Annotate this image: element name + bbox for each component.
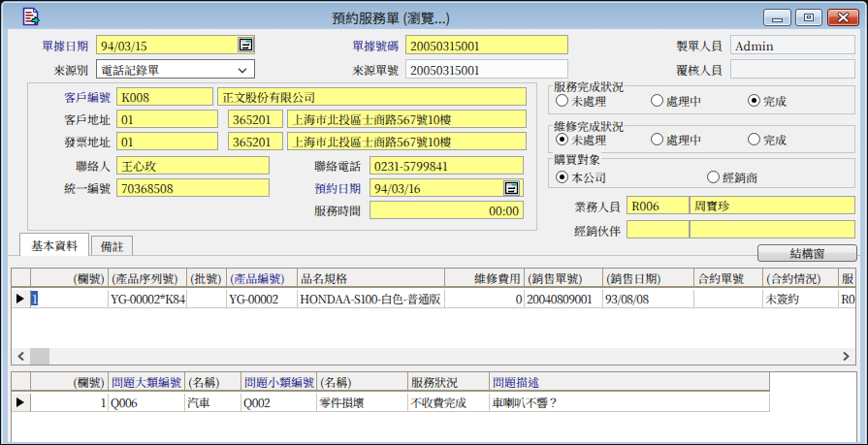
problems-grid-data-row[interactable]: 1Q006汽車Q002零件損壞不收費完成車喇叭不響？ <box>12 394 770 412</box>
invoice-addr-area-input[interactable]: 01 <box>116 132 218 150</box>
column-header[interactable]: (產品編號) <box>227 269 298 286</box>
row-marker-cell[interactable] <box>12 394 31 412</box>
products-grid-hscrollbar[interactable] <box>12 348 855 365</box>
radio-buy-dealer[interactable] <box>707 171 720 183</box>
column-header[interactable]: 問題描述 <box>490 372 770 390</box>
grid-cell[interactable]: YG-00002*K84 <box>109 290 187 308</box>
tab-remarks[interactable]: 備註 <box>91 236 133 255</box>
column-header[interactable]: (欄號) <box>31 269 109 286</box>
column-header[interactable]: 合約單號 <box>694 269 763 286</box>
app-window: 預約服務單 (瀏覽...) 單據日期 94/03/15 單據號碼 2005031… <box>0 0 868 445</box>
radio-repair-processing[interactable] <box>651 133 663 145</box>
column-header[interactable]: (名稱) <box>317 372 408 390</box>
column-header[interactable] <box>12 269 31 286</box>
radio-service-done-label[interactable]: 完成 <box>763 93 787 108</box>
grid-cell[interactable]: 不收費完成 <box>408 394 490 412</box>
grid-cell[interactable]: 車喇叭不響？ <box>490 394 770 412</box>
grid-cell[interactable]: Q002 <box>241 394 317 412</box>
column-header[interactable]: (批號) <box>187 269 227 286</box>
tax-id-input[interactable]: 70368508 <box>116 178 270 197</box>
scroll-right-icon[interactable] <box>839 350 852 363</box>
column-header[interactable]: 維修費用 <box>445 269 525 286</box>
column-header[interactable]: (銷售日期) <box>603 269 694 286</box>
radio-service-done[interactable] <box>748 94 760 107</box>
source-type-dropdown[interactable]: 電話記錄單 <box>96 59 255 79</box>
customer-addr-area-input[interactable]: 01 <box>116 110 218 128</box>
calendar-icon <box>238 37 254 52</box>
close-button[interactable] <box>827 9 859 26</box>
minimize-button[interactable] <box>763 9 791 26</box>
source-type-label: 來源別 <box>19 62 88 78</box>
resv-date-picker-button[interactable] <box>503 180 520 196</box>
partner-label: 經銷伙伴 <box>552 223 621 238</box>
column-header[interactable]: (欄號) <box>31 372 109 390</box>
grid-cell[interactable]: 1 <box>31 290 109 308</box>
column-header[interactable]: 品名規格 <box>298 269 445 286</box>
contact-input[interactable]: 王心玫 <box>116 156 270 175</box>
grid-cell[interactable]: 汽車 <box>185 394 241 412</box>
partner-name-input[interactable] <box>690 220 855 238</box>
customer-name-input[interactable]: 正文股份有限公司 <box>217 87 527 106</box>
contact-label: 聯絡人 <box>42 158 111 174</box>
restore-icon <box>804 14 814 21</box>
chevron-down-icon <box>238 68 247 74</box>
customer-addr-street-input[interactable]: 上海市北投區士商路567號10樓 <box>287 110 527 128</box>
column-header[interactable] <box>12 372 31 390</box>
tab-basic-info[interactable]: 基本資料 <box>19 233 89 256</box>
grid-cell[interactable]: 零件損壞 <box>317 394 408 412</box>
grid-cell[interactable]: HONDAA-S100-白色-普通版 <box>298 290 445 308</box>
grid-cell[interactable] <box>187 290 227 308</box>
doc-no-input[interactable]: 20050315001 <box>405 35 568 54</box>
radio-repair-pending-label[interactable]: 未處理 <box>571 132 606 146</box>
grid-cell[interactable]: 93/08/08 <box>603 290 694 308</box>
radio-buy-own-company[interactable] <box>556 171 568 183</box>
radio-service-pending[interactable] <box>556 94 568 107</box>
radio-buy-own-company-label[interactable]: 本公司 <box>571 170 606 184</box>
column-header[interactable]: 服 <box>839 269 856 286</box>
radio-repair-done-label[interactable]: 完成 <box>763 132 787 146</box>
customer-addr-zip-input[interactable]: 365201 <box>228 110 283 128</box>
column-header[interactable]: (產品序列號) <box>109 269 187 286</box>
phone-input[interactable]: 0231-5799841 <box>370 156 524 175</box>
radio-service-pending-label[interactable]: 未處理 <box>571 93 606 108</box>
column-header[interactable]: 問題大類編號 <box>109 372 185 390</box>
radio-buy-dealer-label[interactable]: 經銷商 <box>723 170 757 184</box>
resv-date-input[interactable]: 94/03/16 <box>370 178 524 197</box>
scroll-left-icon[interactable] <box>16 350 28 363</box>
invoice-addr-zip-input[interactable]: 365201 <box>228 132 283 150</box>
radio-service-processing-label[interactable]: 處理中 <box>666 93 701 108</box>
invoice-addr-street-input[interactable]: 上海市北投區士商路567號10樓 <box>287 132 527 150</box>
customer-no-input[interactable]: K008 <box>116 87 213 106</box>
grid-cell[interactable]: 20040809001 <box>525 290 603 308</box>
grid-cell[interactable]: YG-00002 <box>227 290 298 308</box>
row-marker-cell[interactable] <box>12 290 31 308</box>
grid-cell[interactable]: R0 <box>839 290 856 308</box>
radio-service-processing[interactable] <box>651 94 663 107</box>
column-header[interactable]: 問題小類編號 <box>241 372 317 390</box>
radio-repair-processing-label[interactable]: 處理中 <box>666 132 701 146</box>
restore-button[interactable] <box>795 9 822 26</box>
column-header[interactable]: (名稱) <box>185 372 241 390</box>
doc-date-input[interactable]: 94/03/15 <box>96 35 255 54</box>
service-order-icon[interactable] <box>21 7 40 29</box>
column-header[interactable]: (合約情況) <box>763 269 839 286</box>
grid-cell[interactable]: 未簽約 <box>763 290 839 308</box>
grid-cell[interactable]: 0 <box>445 290 525 308</box>
structure-window-button[interactable]: 結構窗 <box>757 244 857 262</box>
source-type-value: 電話記錄單 <box>101 61 159 78</box>
doc-no-label: 單據號碼 <box>330 38 399 53</box>
partner-code-input[interactable] <box>627 220 690 238</box>
grid-cell[interactable]: Q006 <box>109 394 185 412</box>
column-header[interactable]: 服務狀況 <box>408 372 490 390</box>
agent-code-input[interactable]: R006 <box>627 196 690 214</box>
doc-date-picker-button[interactable] <box>238 37 254 52</box>
agent-name-input[interactable]: 周寶珍 <box>690 196 855 214</box>
grid-cell[interactable] <box>694 290 763 308</box>
grid-cell[interactable]: 1 <box>31 394 109 412</box>
products-grid-data-row[interactable]: 1YG-00002*K84YG-00002HONDAA-S100-白色-普通版0… <box>12 290 856 308</box>
radio-repair-done[interactable] <box>748 133 760 145</box>
scrollbar-thumb[interactable] <box>30 348 49 365</box>
svc-time-input[interactable]: 00:00 <box>370 201 524 219</box>
column-header[interactable]: (銷售單號) <box>525 269 603 286</box>
radio-repair-pending[interactable] <box>556 133 568 145</box>
